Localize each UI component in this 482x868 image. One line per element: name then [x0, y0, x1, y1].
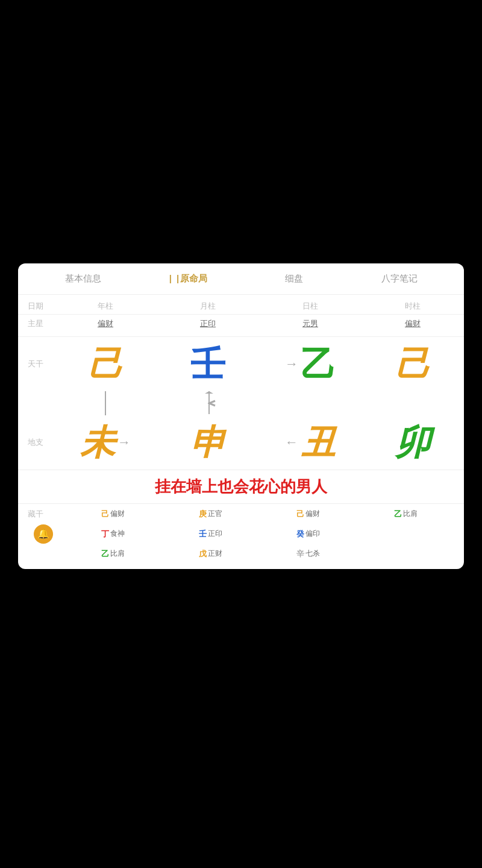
zg-r2-c4 [357, 529, 454, 539]
col-header-month: 月柱 [157, 295, 259, 314]
zanggan-section: 藏干 己 偏财 庚 正官 己 偏财 乙 比肩 [18, 504, 464, 569]
dizhi-year: 未 → [54, 415, 157, 470]
zg-r1-c3: 己 偏财 [259, 509, 357, 520]
zg-r2-c2: 壬 正印 [161, 529, 259, 539]
pillars-section: 天干 己 壬 → 乙 己 [18, 337, 464, 470]
star-month: 正印 [157, 315, 259, 332]
zg-r3-c1: 乙 比肩 [64, 549, 161, 559]
tiangan-day: → 乙 [259, 337, 362, 391]
tiangan-year: 己 [54, 337, 157, 391]
zg-r1-c1: 己 偏财 [64, 509, 161, 520]
star-day: 元男 [259, 315, 362, 332]
col-header-label: 日期 [18, 295, 54, 314]
zg-r1-c2: 庚 正官 [161, 509, 259, 520]
tab-notes[interactable]: 八字笔记 [346, 273, 452, 285]
headline-text: 挂在墙上也会花心的男人 [28, 476, 454, 497]
star-hour: 偏财 [362, 315, 464, 332]
tiangan-month: 壬 [157, 337, 259, 391]
dizhi-hour: 卯 [362, 415, 464, 470]
tab-basic-info[interactable]: 基本信息 [30, 273, 136, 285]
tiangan-label: 天干 [18, 337, 54, 391]
svg-marker-3 [205, 391, 213, 394]
col-header-year: 年柱 [54, 295, 157, 314]
dizhi-month: 申 [157, 415, 259, 470]
zg-r1-c4: 乙 比肩 [357, 509, 454, 520]
zg-r3-c2: 戊 正财 [161, 549, 259, 559]
bell-icon: 🔔 [34, 524, 53, 544]
tab-detail[interactable]: 细盘 [241, 273, 346, 285]
zg-r2-c1: 丁 食神 [64, 529, 161, 539]
zanggan-label: 藏干 [28, 509, 64, 520]
zg-r3-c3: 辛 七杀 [259, 549, 357, 559]
zg-r3-c4 [357, 549, 454, 559]
zg-r2-c3: 癸 偏印 [259, 529, 357, 539]
dizhi-day: ← 丑 [259, 415, 362, 470]
headline-banner: 挂在墙上也会花心的男人 [18, 470, 464, 503]
star-year: 偏财 [54, 315, 157, 332]
tab-bar: 基本信息 |原命局 细盘 八字笔记 [18, 263, 464, 295]
tiangan-hour: 己 [362, 337, 464, 391]
tab-original-chart[interactable]: |原命局 [136, 273, 241, 285]
col-header-hour: 时柱 [362, 295, 464, 314]
col-header-day: 日柱 [259, 295, 362, 314]
arrows-area [18, 391, 464, 415]
main-card: 基本信息 |原命局 细盘 八字笔记 日期 年柱 月柱 日柱 时柱 主星 偏财 正… [18, 263, 464, 569]
stars-label: 主星 [18, 315, 54, 332]
dizhi-label: 地支 [18, 415, 54, 470]
